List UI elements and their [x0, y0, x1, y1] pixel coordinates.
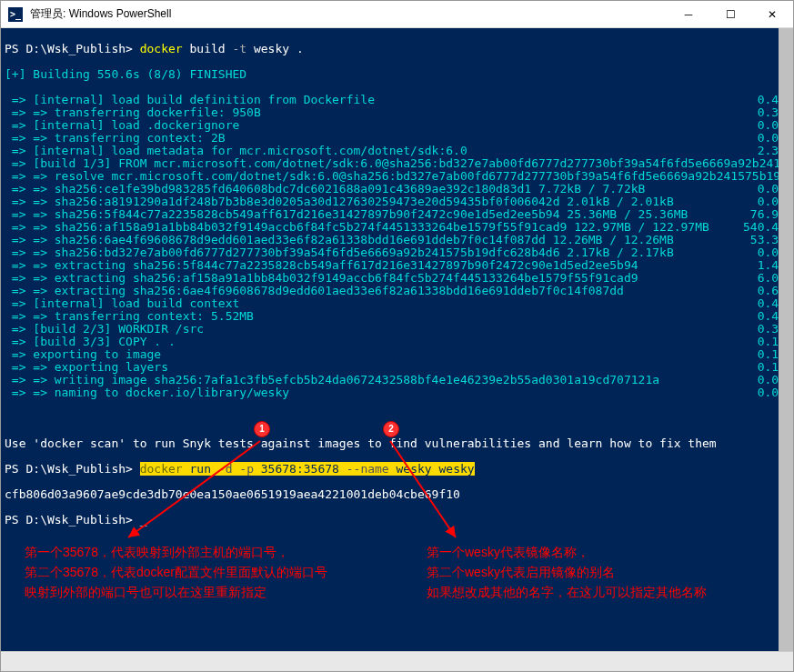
build-output-line: => [internal] load metadata for mcr.micr… — [5, 145, 789, 157]
build-output-line: => => sha256:6ae4f69608678d9edd601aed33e… — [5, 234, 789, 246]
window-controls: ─ ☐ ✕ — [668, 1, 793, 27]
prompt-line-1: PS D:\Wsk_Publish> docker build -t wesky… — [5, 43, 789, 55]
build-output-line: => [internal] load build definition from… — [5, 94, 789, 106]
build-output-line: => [build 1/3] FROM mcr.microsoft.com/do… — [5, 157, 789, 170]
powershell-window: >_ 管理员: Windows PowerShell ─ ☐ ✕ PS D:\W… — [0, 0, 794, 672]
annotation-1: 第一个35678，代表映射到外部主机的端口号， 第二个35678，代表docke… — [25, 542, 407, 602]
container-id: cfb806d03a9607ae9cde3db70e0ea150ae065191… — [5, 488, 789, 501]
build-output-line: => => sha256:af158a91a1bb84b032f9149accb… — [5, 221, 789, 234]
build-output-line: => => naming to docker.io/library/wesky0… — [5, 386, 789, 399]
annotation-2: 第一个wesky代表镜像名称， 第二个wesky代表启用镜像的别名 如果想改成其… — [427, 542, 772, 602]
build-output-line: => => sha256:bd327e7ab00fd6777d277730bf3… — [5, 246, 789, 259]
build-output-line: => [build 3/3] COPY . .0.1s — [5, 336, 789, 348]
build-output-line: => => writing image sha256:7afa1c3fb5efc… — [5, 374, 789, 386]
build-output-line: => exporting to image0.1s — [5, 348, 789, 361]
build-output-line: => => sha256:ce1fe39bd983285fd640608bdc7… — [5, 183, 789, 196]
build-output-line: => [build 2/3] WORKDIR /src0.3s — [5, 323, 789, 336]
scan-hint: Use 'docker scan' to run Snyk tests agai… — [5, 437, 789, 450]
prompt-line-3: PS D:\Wsk_Publish> _ — [5, 514, 789, 527]
callout-badge-1: 1 — [254, 421, 270, 437]
scrollbar-thumb[interactable] — [779, 28, 793, 651]
window-title: 管理员: Windows PowerShell — [30, 6, 668, 22]
build-header: [+] Building 550.6s (8/8) FINISHED — [5, 68, 789, 81]
close-button[interactable]: ✕ — [751, 1, 793, 27]
build-output-line: => => sha256:a8191290a1df248b7b3b8e3d020… — [5, 196, 789, 208]
build-output-line: => => extracting sha256:5f844c77a2235828… — [5, 259, 789, 272]
terminal-area[interactable]: PS D:\Wsk_Publish> docker build -t wesky… — [1, 28, 793, 651]
build-output-line: => [internal] load .dockerignore0.0s — [5, 119, 789, 132]
build-output-line: => => transferring context: 5.52MB0.4s — [5, 310, 789, 323]
build-output-line: => => transferring context: 2B0.0s — [5, 132, 789, 145]
build-output-line: => [internal] load build context0.4s — [5, 297, 789, 310]
maximize-button[interactable]: ☐ — [709, 1, 751, 27]
scrollbar-vertical[interactable] — [779, 28, 793, 651]
build-output-line: => => extracting sha256:6ae4f69608678d9e… — [5, 285, 789, 297]
titlebar[interactable]: >_ 管理员: Windows PowerShell ─ ☐ ✕ — [1, 1, 793, 28]
build-output-line: => => resolve mcr.microsoft.com/dotnet/s… — [5, 170, 789, 183]
build-output-line: => => exporting layers0.1s — [5, 361, 789, 374]
minimize-button[interactable]: ─ — [668, 1, 709, 27]
build-output-line: => => transferring dockerfile: 950B0.3s — [5, 106, 789, 119]
app-icon: >_ — [8, 7, 23, 22]
callout-badge-2: 2 — [383, 421, 399, 437]
build-output-line: => => sha256:5f844c77a2235828cb549aff617… — [5, 208, 789, 221]
build-output-line: => => extracting sha256:af158a91a1bb84b0… — [5, 272, 789, 285]
statusbar — [1, 651, 793, 671]
prompt-line-2: PS D:\Wsk_Publish> docker run -d -p 3567… — [5, 463, 789, 476]
